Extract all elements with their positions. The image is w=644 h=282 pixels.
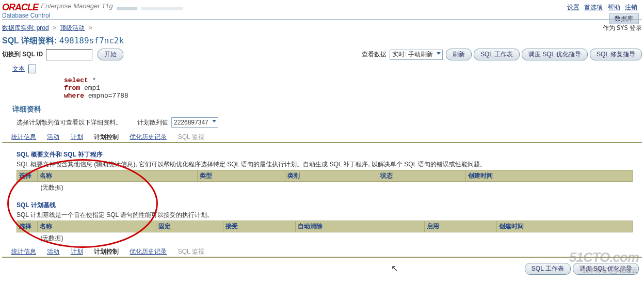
sql-profile-title: SQL 概要文件和 SQL 补丁程序 [17, 150, 633, 159]
schedule-sql-tuning-button[interactable]: 调度 SQL 优化指导 [522, 49, 588, 60]
sql-repair-advisor-button[interactable]: SQL 修复指导 [590, 49, 642, 60]
header-underline [2, 19, 642, 20]
detail-desc: 选择计划散列值可查看以下详细资料。 [17, 118, 122, 127]
sql-id-value: 498189sf7nc2k [59, 36, 124, 45]
tabbar-top: 统计信息 活动 计划 计划控制 优化历史记录 SQL 监视 [2, 133, 642, 143]
tab-plan[interactable]: 计划 [71, 247, 83, 257]
schedule-sql-tuning-button[interactable]: 调度 SQL 优化指导 [573, 263, 639, 275]
sql-profile-table: 选择 名称 类型 类别 状态 创建时间 (无数据) [17, 170, 633, 194]
crumb-db-instance[interactable]: 数据库实例: prod [2, 24, 49, 32]
link-help[interactable]: 帮助 [608, 4, 620, 11]
sql-baseline-table: 选择 名称 固定 接受 自动清除 启用 创建时间 (无数据) [17, 221, 633, 244]
plan-hash-select[interactable]: 2226897347 [171, 117, 218, 128]
table-header-row: 选择 名称 固定 接受 自动清除 启用 创建时间 [17, 221, 633, 232]
col-created[interactable]: 创建时间 [497, 221, 633, 232]
text-section: 文本 [2, 65, 642, 73]
no-data-cell: (无数据) [38, 232, 156, 245]
go-button[interactable]: 开始 [98, 49, 123, 60]
plan-hash-label: 计划散列值 [137, 118, 168, 127]
col-enabled[interactable]: 启用 [425, 221, 497, 232]
copy-text-icon[interactable] [28, 65, 36, 73]
view-data-label: 查看数据 [362, 50, 387, 59]
col-select[interactable]: 选择 [17, 170, 38, 182]
table-row: (无数据) [17, 232, 633, 245]
tab-tuning-history[interactable]: 优化历史记录 [130, 133, 167, 143]
tab-database[interactable]: 数据库 [609, 13, 639, 24]
header: ORACLE Enterprise Manager 11g Database C… [2, 2, 642, 20]
col-autopurge[interactable]: 自动清除 [296, 221, 425, 232]
tab-sql-monitor: SQL 监视 [178, 133, 204, 143]
col-select[interactable]: 选择 [17, 221, 38, 232]
tab-tuning-history[interactable]: 优化历史记录 [130, 247, 167, 257]
sql-id-row: 切换到 SQL ID 开始 查看数据 实时: 手动刷新 刷新 SQL 工作表 调… [2, 49, 642, 60]
login-info: 作为 SYS 登录 [603, 24, 642, 33]
tab-plan-control[interactable]: 计划控制 [94, 247, 119, 257]
col-name[interactable]: 名称 [38, 170, 198, 182]
tabbar-bottom: 统计信息 活动 计划 计划控制 优化历史记录 SQL 监视 [2, 247, 642, 258]
decoration-bar [141, 7, 183, 10]
detail-row: 选择计划散列值可查看以下详细资料。 计划散列值 2226897347 [2, 117, 642, 128]
sql-baseline-block: SQL 计划基线 SQL 计划基线是一个旨在使指定 SQL 语句的性能可以接受的… [17, 201, 633, 244]
tab-stats[interactable]: 统计信息 [11, 133, 36, 143]
tab-activity[interactable]: 活动 [47, 247, 59, 257]
decoration-bar [117, 7, 137, 10]
sql-profile-block: SQL 概要文件和 SQL 补丁程序 SQL 概要文件包含其他信息 (辅助统计信… [17, 150, 633, 194]
toolbar-right: 查看数据 实时: 手动刷新 刷新 SQL 工作表 调度 SQL 优化指导 SQL… [362, 49, 642, 60]
table-row: (无数据) [17, 182, 633, 194]
footer-buttons: SQL 工作表 调度 SQL 优化指导 [2, 263, 642, 275]
col-accepted[interactable]: 接受 [223, 221, 296, 232]
top-nav-links: 设置 首选项 帮助 注销 数据库 [566, 3, 639, 24]
sql-profile-desc: SQL 概要文件包含其他信息 (辅助统计信息), 它们可以帮助优化程序选择特定 … [17, 160, 633, 169]
tab-stats[interactable]: 统计信息 [11, 247, 36, 257]
col-category[interactable]: 类别 [285, 170, 378, 182]
col-status[interactable]: 状态 [378, 170, 466, 182]
link-settings[interactable]: 设置 [567, 4, 579, 11]
sql-baseline-desc: SQL 计划基线是一个旨在使指定 SQL 语句的性能可以接受的执行计划。 [17, 211, 633, 220]
col-name[interactable]: 名称 [38, 221, 156, 232]
tab-plan[interactable]: 计划 [71, 133, 83, 143]
no-data-cell: (无数据) [38, 182, 198, 194]
text-link[interactable]: 文本 [12, 65, 25, 72]
sql-id-input[interactable] [46, 49, 92, 60]
link-preferences[interactable]: 首选项 [584, 4, 603, 11]
link-logout[interactable]: 注销 [625, 4, 637, 11]
page-title: SQL 详细资料: 498189sf7nc2k [2, 36, 642, 46]
oracle-logo: ORACLE [2, 2, 38, 12]
tab-sql-monitor: SQL 监视 [178, 247, 204, 257]
crumb-top-activity[interactable]: 顶级活动 [60, 24, 85, 32]
col-type[interactable]: 类型 [198, 170, 285, 182]
tab-plan-control[interactable]: 计划控制 [94, 133, 119, 143]
sql-worksheet-button[interactable]: SQL 工作表 [525, 263, 571, 275]
sql-worksheet-button[interactable]: SQL 工作表 [474, 49, 520, 60]
detail-heading: 详细资料 [2, 105, 642, 114]
product-subtitle: Database Control [2, 12, 642, 19]
sql-baseline-title: SQL 计划基线 [17, 201, 633, 210]
brand: ORACLE Enterprise Manager 11g [2, 2, 642, 13]
col-fixed[interactable]: 固定 [156, 221, 223, 232]
tab-activity[interactable]: 活动 [47, 133, 59, 143]
product-name: Enterprise Manager 11g [41, 2, 112, 10]
switch-sql-label: 切换到 SQL ID [2, 50, 43, 59]
sql-text: select * from emp1 where empno=7788 [64, 76, 642, 100]
breadcrumb: 作为 SYS 登录 数据库实例: prod > 顶级活动 > [2, 24, 642, 33]
table-header-row: 选择 名称 类型 类别 状态 创建时间 [17, 170, 633, 182]
col-created[interactable]: 创建时间 [466, 170, 633, 182]
view-mode-select[interactable]: 实时: 手动刷新 [390, 50, 443, 60]
refresh-button[interactable]: 刷新 [446, 49, 472, 60]
